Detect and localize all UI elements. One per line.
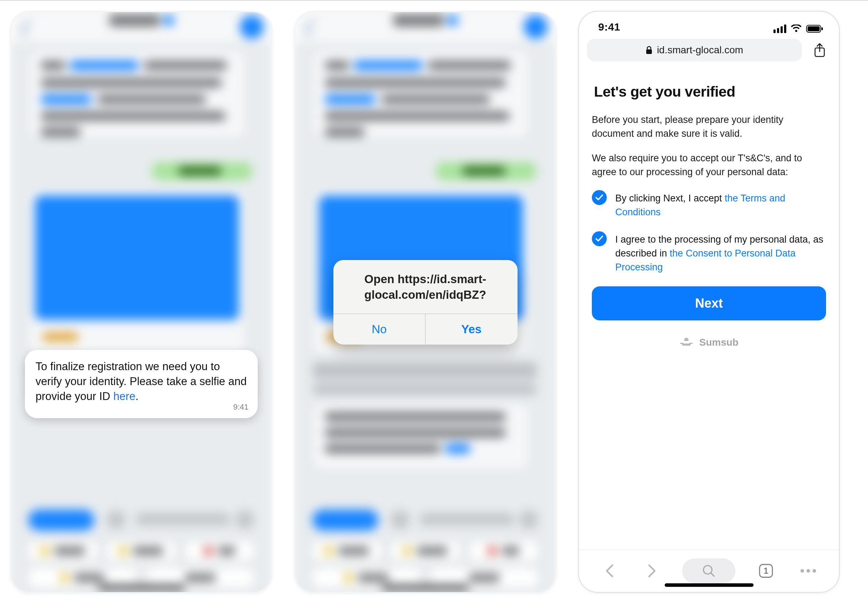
crisp-chat-bubble: To finalize registration we need you to … [25, 350, 258, 418]
chevron-right-icon [647, 564, 657, 578]
bubble-text: To finalize registration we need you to … [36, 360, 247, 403]
sumsub-logo-icon [679, 337, 693, 348]
intro-paragraph-1: Before you start, please prepare your id… [592, 113, 826, 141]
chevron-left-icon [605, 564, 615, 578]
ios-open-url-alert: Open https://id.smart-glocal.com/en/idqB… [334, 260, 517, 344]
sumsub-footer: Sumsub [592, 337, 826, 348]
bubble-link-here[interactable]: here [113, 390, 135, 403]
svg-point-16 [800, 569, 804, 573]
svg-rect-6 [821, 27, 823, 30]
safari-search-button[interactable] [682, 558, 735, 583]
ios-status-bar: 9:41 [579, 12, 839, 34]
sumsub-label: Sumsub [699, 337, 738, 348]
svg-rect-10 [684, 340, 689, 341]
svg-point-18 [813, 569, 816, 573]
share-button[interactable] [808, 39, 831, 61]
svg-rect-7 [646, 49, 652, 54]
search-icon [702, 564, 716, 577]
url-host: id.smart-glocal.com [657, 44, 743, 56]
safari-tabs-button[interactable]: 1 [754, 561, 778, 581]
svg-rect-2 [780, 26, 783, 33]
safari-url-pill[interactable]: id.smart-glocal.com [587, 39, 802, 61]
phone-screenshot-3: 9:41 id.smart-glocal.com Let's get you v… [578, 11, 840, 593]
svg-rect-5 [807, 26, 819, 31]
consent-terms-text: By clicking Next, I accept [615, 193, 725, 203]
alert-yes-button[interactable]: Yes [425, 314, 517, 345]
svg-rect-13 [689, 343, 693, 344]
checkmark-icon [592, 190, 607, 205]
svg-rect-0 [774, 29, 775, 33]
bubble-suffix: . [135, 390, 139, 403]
next-button[interactable]: Next [592, 286, 826, 320]
signal-icon [774, 24, 786, 33]
battery-icon [806, 24, 823, 33]
verification-page: Let's get you verified Before you start,… [579, 68, 839, 348]
svg-rect-1 [777, 28, 779, 33]
ellipsis-icon [800, 568, 817, 573]
checkmark-icon [592, 231, 607, 246]
home-indicator [665, 583, 754, 587]
alert-title: Open https://id.smart-glocal.com/en/idqB… [334, 260, 517, 313]
svg-rect-12 [680, 343, 683, 344]
lock-icon [645, 46, 653, 55]
blurred-chat-background [10, 11, 273, 594]
page-heading: Let's get you verified [594, 83, 826, 100]
share-icon [813, 43, 826, 57]
consent-data-row[interactable]: I agree to the processing of my personal… [592, 231, 826, 274]
phone-screenshot-1: To finalize registration we need you to … [10, 11, 273, 594]
tab-count: 1 [763, 566, 768, 576]
bubble-time: 9:41 [233, 403, 249, 412]
consent-terms-row[interactable]: By clicking Next, I accept the Terms and… [592, 190, 826, 219]
safari-forward-button[interactable] [640, 561, 664, 581]
wifi-icon [791, 24, 802, 33]
alert-no-button[interactable]: No [334, 314, 425, 345]
intro-paragraph-2: We also require you to accept our T's&C'… [592, 152, 826, 179]
safari-back-button[interactable] [598, 561, 622, 581]
safari-menu-button[interactable] [796, 561, 820, 581]
safari-url-bar-row: id.smart-glocal.com [579, 34, 839, 68]
phone-screenshot-2: Open https://id.smart-glocal.com/en/idqB… [294, 11, 557, 594]
svg-rect-3 [784, 24, 786, 33]
svg-point-17 [806, 569, 810, 573]
svg-rect-11 [682, 344, 690, 345]
status-time: 9:41 [598, 21, 620, 33]
